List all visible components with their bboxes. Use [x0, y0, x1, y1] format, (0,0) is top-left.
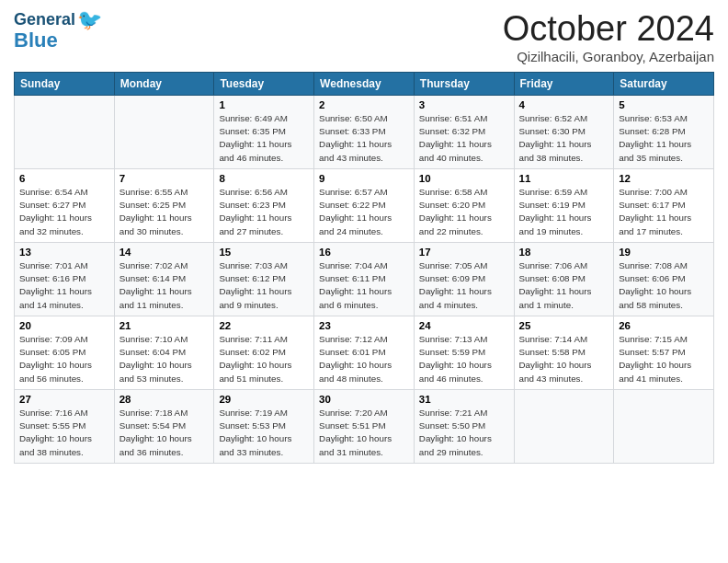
day-number: 1: [219, 99, 309, 110]
day-number: 4: [519, 99, 609, 110]
day-number: 2: [319, 99, 409, 110]
day-info: Sunrise: 7:20 AM Sunset: 5:51 PM Dayligh…: [319, 407, 409, 459]
calendar-body: 1Sunrise: 6:49 AM Sunset: 6:35 PM Daylig…: [15, 96, 714, 464]
day-info: Sunrise: 7:21 AM Sunset: 5:50 PM Dayligh…: [419, 407, 509, 459]
month-title: October 2024: [503, 9, 714, 49]
day-number: 26: [619, 320, 709, 331]
calendar-cell: 30Sunrise: 7:20 AM Sunset: 5:51 PM Dayli…: [314, 390, 415, 464]
day-info: Sunrise: 7:04 AM Sunset: 6:11 PM Dayligh…: [319, 259, 409, 312]
logo: General 🐦 Blue: [14, 9, 102, 52]
calendar-week-row: 6Sunrise: 6:54 AM Sunset: 6:27 PM Daylig…: [15, 169, 714, 243]
day-info: Sunrise: 6:57 AM Sunset: 6:22 PM Dayligh…: [319, 186, 409, 238]
calendar-cell: 7Sunrise: 6:55 AM Sunset: 6:25 PM Daylig…: [114, 169, 214, 243]
weekday-header: Tuesday: [214, 73, 314, 96]
calendar-cell: [114, 96, 214, 169]
day-number: 3: [419, 99, 509, 110]
day-info: Sunrise: 6:56 AM Sunset: 6:23 PM Dayligh…: [219, 186, 309, 238]
day-info: Sunrise: 6:58 AM Sunset: 6:20 PM Dayligh…: [419, 186, 509, 238]
calendar-cell: 1Sunrise: 6:49 AM Sunset: 6:35 PM Daylig…: [214, 96, 314, 169]
day-info: Sunrise: 7:18 AM Sunset: 5:54 PM Dayligh…: [119, 407, 210, 459]
day-info: Sunrise: 7:15 AM Sunset: 5:57 PM Dayligh…: [619, 333, 709, 385]
calendar-cell: 2Sunrise: 6:50 AM Sunset: 6:33 PM Daylig…: [314, 96, 415, 169]
day-info: Sunrise: 7:10 AM Sunset: 6:04 PM Dayligh…: [119, 333, 210, 385]
calendar-cell: 16Sunrise: 7:04 AM Sunset: 6:11 PM Dayli…: [314, 243, 415, 316]
day-number: 5: [619, 99, 709, 110]
day-info: Sunrise: 6:53 AM Sunset: 6:28 PM Dayligh…: [619, 112, 709, 165]
day-info: Sunrise: 7:01 AM Sunset: 6:16 PM Dayligh…: [19, 259, 109, 312]
day-number: 12: [619, 173, 709, 184]
day-number: 10: [419, 173, 509, 184]
day-number: 11: [519, 173, 609, 184]
calendar-week-row: 1Sunrise: 6:49 AM Sunset: 6:35 PM Daylig…: [15, 96, 714, 169]
calendar-cell: 13Sunrise: 7:01 AM Sunset: 6:16 PM Dayli…: [15, 243, 115, 316]
day-number: 15: [219, 247, 309, 258]
calendar-cell: 9Sunrise: 6:57 AM Sunset: 6:22 PM Daylig…: [314, 169, 415, 243]
logo-general: General: [14, 11, 75, 29]
day-info: Sunrise: 7:11 AM Sunset: 6:02 PM Dayligh…: [219, 333, 309, 385]
day-info: Sunrise: 7:08 AM Sunset: 6:06 PM Dayligh…: [619, 259, 709, 312]
day-info: Sunrise: 7:02 AM Sunset: 6:14 PM Dayligh…: [119, 259, 210, 312]
day-number: 20: [19, 320, 109, 331]
weekday-header: Saturday: [614, 73, 714, 96]
day-number: 6: [19, 173, 109, 184]
day-number: 22: [219, 320, 309, 331]
calendar-cell: 10Sunrise: 6:58 AM Sunset: 6:20 PM Dayli…: [414, 169, 514, 243]
calendar-cell: 29Sunrise: 7:19 AM Sunset: 5:53 PM Dayli…: [214, 390, 314, 464]
calendar-cell: 21Sunrise: 7:10 AM Sunset: 6:04 PM Dayli…: [114, 316, 214, 390]
calendar-cell: [15, 96, 115, 169]
weekday-header: Monday: [114, 73, 214, 96]
weekday-header: Wednesday: [314, 73, 415, 96]
day-number: 21: [119, 320, 210, 331]
calendar-cell: 24Sunrise: 7:13 AM Sunset: 5:59 PM Dayli…: [414, 316, 514, 390]
day-info: Sunrise: 7:09 AM Sunset: 6:05 PM Dayligh…: [19, 333, 109, 385]
calendar-cell: 26Sunrise: 7:15 AM Sunset: 5:57 PM Dayli…: [614, 316, 714, 390]
location: Qizilhacili, Goranboy, Azerbaijan: [503, 49, 714, 64]
day-info: Sunrise: 6:50 AM Sunset: 6:33 PM Dayligh…: [319, 112, 409, 165]
day-number: 16: [319, 247, 409, 258]
day-info: Sunrise: 7:16 AM Sunset: 5:55 PM Dayligh…: [19, 407, 109, 459]
calendar-week-row: 27Sunrise: 7:16 AM Sunset: 5:55 PM Dayli…: [15, 390, 714, 464]
day-info: Sunrise: 7:06 AM Sunset: 6:08 PM Dayligh…: [519, 259, 609, 312]
day-info: Sunrise: 7:13 AM Sunset: 5:59 PM Dayligh…: [419, 333, 509, 385]
calendar-cell: 20Sunrise: 7:09 AM Sunset: 6:05 PM Dayli…: [15, 316, 115, 390]
calendar-cell: 23Sunrise: 7:12 AM Sunset: 6:01 PM Dayli…: [314, 316, 415, 390]
day-number: 18: [519, 247, 609, 258]
calendar-cell: 5Sunrise: 6:53 AM Sunset: 6:28 PM Daylig…: [614, 96, 714, 169]
calendar-cell: 4Sunrise: 6:52 AM Sunset: 6:30 PM Daylig…: [514, 96, 614, 169]
calendar-cell: 6Sunrise: 6:54 AM Sunset: 6:27 PM Daylig…: [15, 169, 115, 243]
calendar-cell: 28Sunrise: 7:18 AM Sunset: 5:54 PM Dayli…: [114, 390, 214, 464]
day-number: 29: [219, 394, 309, 405]
calendar-cell: 18Sunrise: 7:06 AM Sunset: 6:08 PM Dayli…: [514, 243, 614, 316]
calendar-cell: 27Sunrise: 7:16 AM Sunset: 5:55 PM Dayli…: [15, 390, 115, 464]
calendar-cell: 19Sunrise: 7:08 AM Sunset: 6:06 PM Dayli…: [614, 243, 714, 316]
calendar-cell: 3Sunrise: 6:51 AM Sunset: 6:32 PM Daylig…: [414, 96, 514, 169]
day-number: 17: [419, 247, 509, 258]
calendar-week-row: 20Sunrise: 7:09 AM Sunset: 6:05 PM Dayli…: [15, 316, 714, 390]
calendar-cell: [614, 390, 714, 464]
day-number: 13: [19, 247, 109, 258]
day-number: 14: [119, 247, 210, 258]
day-info: Sunrise: 7:14 AM Sunset: 5:58 PM Dayligh…: [519, 333, 609, 385]
day-number: 28: [119, 394, 210, 405]
day-info: Sunrise: 7:12 AM Sunset: 6:01 PM Dayligh…: [319, 333, 409, 385]
title-block: October 2024 Qizilhacili, Goranboy, Azer…: [503, 9, 714, 64]
calendar-cell: 17Sunrise: 7:05 AM Sunset: 6:09 PM Dayli…: [414, 243, 514, 316]
day-info: Sunrise: 7:03 AM Sunset: 6:12 PM Dayligh…: [219, 259, 309, 312]
page-header: General 🐦 Blue October 2024 Qizilhacili,…: [14, 9, 714, 64]
day-number: 27: [19, 394, 109, 405]
calendar-cell: 22Sunrise: 7:11 AM Sunset: 6:02 PM Dayli…: [214, 316, 314, 390]
calendar-week-row: 13Sunrise: 7:01 AM Sunset: 6:16 PM Dayli…: [15, 243, 714, 316]
day-info: Sunrise: 6:49 AM Sunset: 6:35 PM Dayligh…: [219, 112, 309, 165]
weekday-header: Thursday: [414, 73, 514, 96]
logo-blue: Blue: [14, 29, 58, 52]
day-number: 30: [319, 394, 409, 405]
weekday-header: Sunday: [15, 73, 115, 96]
day-info: Sunrise: 6:52 AM Sunset: 6:30 PM Dayligh…: [519, 112, 609, 165]
day-number: 24: [419, 320, 509, 331]
day-info: Sunrise: 6:55 AM Sunset: 6:25 PM Dayligh…: [119, 186, 210, 238]
logo-bird-icon: 🐦: [77, 9, 102, 31]
day-info: Sunrise: 7:05 AM Sunset: 6:09 PM Dayligh…: [419, 259, 509, 312]
day-info: Sunrise: 6:51 AM Sunset: 6:32 PM Dayligh…: [419, 112, 509, 165]
day-number: 19: [619, 247, 709, 258]
day-number: 25: [519, 320, 609, 331]
